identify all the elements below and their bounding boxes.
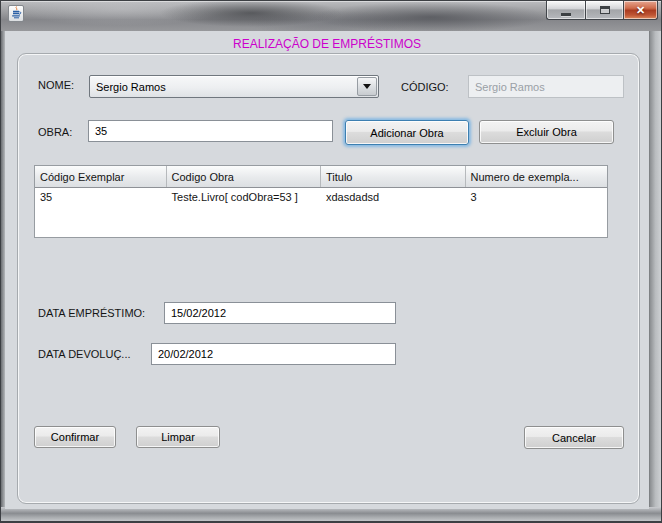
minimize-button[interactable] — [546, 1, 585, 20]
table-header-row: Código Exemplar Codigo Obra Titulo Numer… — [35, 166, 607, 188]
limpar-button[interactable]: Limpar — [136, 426, 220, 448]
minimize-icon — [561, 13, 571, 16]
close-icon: ✕ — [636, 5, 645, 16]
page-title: REALIZAÇÃO DE EMPRÉSTIMOS — [5, 37, 649, 51]
excluir-obra-button[interactable]: Excluir Obra — [479, 120, 614, 144]
data-emprestimo-input[interactable]: 15/02/2012 — [164, 302, 396, 324]
data-devolucao-label: DATA DEVOLUÇ... — [38, 348, 131, 360]
window-menu-button[interactable] — [8, 5, 24, 22]
column-header[interactable]: Numero de exempla... — [466, 166, 608, 187]
table-cell: 3 — [466, 188, 608, 206]
nome-combobox[interactable]: Sergio Ramos — [89, 75, 379, 98]
window-frame-bottom — [1, 507, 662, 522]
nome-label: NOME: — [38, 79, 74, 91]
chevron-down-icon — [363, 84, 371, 89]
data-devolucao-input[interactable]: 20/02/2012 — [151, 343, 396, 365]
data-emprestimo-label: DATA EMPRÉSTIMO: — [38, 307, 145, 319]
java-icon — [11, 5, 22, 23]
table-cell: xdasdadsd — [321, 188, 466, 206]
emprestimo-items-table[interactable]: Código Exemplar Codigo Obra Titulo Numer… — [34, 165, 608, 238]
window-frame-right — [647, 31, 661, 523]
obra-input[interactable]: 35 — [88, 120, 333, 142]
maximize-button[interactable] — [585, 1, 624, 20]
application-window: ✕ REALIZAÇÃO DE EMPRÉSTIMOS NOME: Sergio… — [0, 0, 662, 523]
table-cell: 35 — [35, 188, 167, 206]
maximize-icon — [600, 6, 610, 14]
adicionar-obra-button[interactable]: Adicionar Obra — [345, 120, 469, 145]
codigo-field: Sergio Ramos — [468, 75, 624, 98]
codigo-label: CÓDIGO: — [401, 81, 449, 93]
close-button[interactable]: ✕ — [624, 1, 658, 20]
table-row[interactable]: 35 Teste.Livro[ codObra=53 ] xdasdadsd 3 — [35, 188, 607, 206]
title-bar[interactable]: ✕ — [1, 1, 662, 31]
table-cell: Teste.Livro[ codObra=53 ] — [167, 188, 321, 206]
obra-label: OBRA: — [38, 126, 72, 138]
combobox-dropdown-button[interactable] — [357, 77, 377, 96]
column-header[interactable]: Codigo Obra — [167, 166, 321, 187]
column-header[interactable]: Código Exemplar — [35, 166, 167, 187]
nome-combobox-value: Sergio Ramos — [90, 81, 357, 93]
cancelar-button[interactable]: Cancelar — [524, 426, 624, 449]
confirmar-button[interactable]: Confirmar — [34, 426, 116, 448]
content-area: REALIZAÇÃO DE EMPRÉSTIMOS NOME: Sergio R… — [5, 31, 649, 509]
window-controls: ✕ — [546, 1, 658, 20]
column-header[interactable]: Titulo — [321, 166, 466, 187]
